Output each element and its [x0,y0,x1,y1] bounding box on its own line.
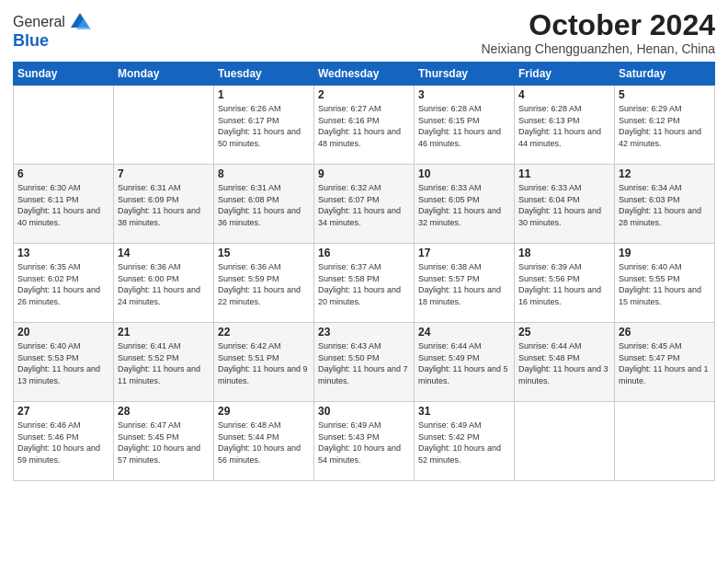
day-info: Sunrise: 6:39 AMSunset: 5:56 PMDaylight:… [518,261,610,307]
table-row: 9Sunrise: 6:32 AMSunset: 6:07 PMDaylight… [314,165,415,244]
day-info: Sunrise: 6:43 AMSunset: 5:50 PMDaylight:… [318,340,410,386]
day-info: Sunrise: 6:34 AMSunset: 6:03 PMDaylight:… [619,182,711,228]
day-number: 1 [218,88,310,101]
table-row: 28Sunrise: 6:47 AMSunset: 5:45 PMDayligh… [114,402,214,481]
day-number: 29 [218,405,310,418]
table-row: 6Sunrise: 6:30 AMSunset: 6:11 PMDaylight… [14,165,114,244]
table-row: 2Sunrise: 6:27 AMSunset: 6:16 PMDaylight… [314,86,415,165]
table-row: 23Sunrise: 6:43 AMSunset: 5:50 PMDayligh… [314,323,415,402]
logo: General Blue [13,9,93,51]
location: Neixiang Chengguanzhen, Henan, China [481,41,715,56]
table-row: 21Sunrise: 6:41 AMSunset: 5:52 PMDayligh… [114,323,214,402]
day-number: 25 [518,326,610,339]
day-info: Sunrise: 6:45 AMSunset: 5:47 PMDaylight:… [619,340,711,386]
table-row: 4Sunrise: 6:28 AMSunset: 6:13 PMDaylight… [515,86,615,165]
table-row [14,86,114,165]
calendar-week-row: 20Sunrise: 6:40 AMSunset: 5:53 PMDayligh… [14,323,715,402]
logo-icon [67,9,93,35]
day-info: Sunrise: 6:31 AMSunset: 6:08 PMDaylight:… [218,182,310,228]
table-row: 24Sunrise: 6:44 AMSunset: 5:49 PMDayligh… [415,323,515,402]
day-info: Sunrise: 6:47 AMSunset: 5:45 PMDaylight:… [118,419,210,465]
day-info: Sunrise: 6:40 AMSunset: 5:55 PMDaylight:… [619,261,711,307]
col-thursday: Thursday [415,63,515,86]
table-row: 20Sunrise: 6:40 AMSunset: 5:53 PMDayligh… [14,323,114,402]
day-info: Sunrise: 6:49 AMSunset: 5:43 PMDaylight:… [318,419,410,465]
calendar-header-row: Sunday Monday Tuesday Wednesday Thursday… [14,63,715,86]
table-row: 30Sunrise: 6:49 AMSunset: 5:43 PMDayligh… [314,402,415,481]
day-info: Sunrise: 6:31 AMSunset: 6:09 PMDaylight:… [118,182,210,228]
table-row: 11Sunrise: 6:33 AMSunset: 6:04 PMDayligh… [515,165,615,244]
day-number: 24 [418,326,510,339]
day-info: Sunrise: 6:26 AMSunset: 6:17 PMDaylight:… [218,103,310,149]
day-number: 12 [619,167,711,180]
day-info: Sunrise: 6:33 AMSunset: 6:05 PMDaylight:… [418,182,510,228]
day-number: 8 [218,167,310,180]
calendar-table: Sunday Monday Tuesday Wednesday Thursday… [13,62,715,481]
day-number: 28 [118,405,210,418]
table-row: 12Sunrise: 6:34 AMSunset: 6:03 PMDayligh… [615,165,715,244]
table-row: 31Sunrise: 6:49 AMSunset: 5:42 PMDayligh… [415,402,515,481]
day-info: Sunrise: 6:28 AMSunset: 6:13 PMDaylight:… [518,103,610,149]
day-info: Sunrise: 6:41 AMSunset: 5:52 PMDaylight:… [118,340,210,386]
table-row [615,402,715,481]
table-row: 26Sunrise: 6:45 AMSunset: 5:47 PMDayligh… [615,323,715,402]
table-row: 18Sunrise: 6:39 AMSunset: 5:56 PMDayligh… [515,244,615,323]
table-row: 13Sunrise: 6:35 AMSunset: 6:02 PMDayligh… [14,244,114,323]
day-number: 31 [418,405,510,418]
table-row: 5Sunrise: 6:29 AMSunset: 6:12 PMDaylight… [615,86,715,165]
day-info: Sunrise: 6:29 AMSunset: 6:12 PMDaylight:… [619,103,711,149]
day-number: 7 [118,167,210,180]
table-row [515,402,615,481]
day-number: 18 [518,247,610,259]
day-info: Sunrise: 6:32 AMSunset: 6:07 PMDaylight:… [318,182,410,228]
day-number: 19 [619,247,711,259]
day-number: 21 [118,326,210,339]
col-friday: Friday [515,63,615,86]
day-info: Sunrise: 6:44 AMSunset: 5:49 PMDaylight:… [418,340,510,386]
day-info: Sunrise: 6:27 AMSunset: 6:16 PMDaylight:… [318,103,410,149]
day-info: Sunrise: 6:37 AMSunset: 5:58 PMDaylight:… [318,261,410,307]
day-number: 5 [619,88,711,101]
logo-general-text: General [13,14,65,30]
table-row: 7Sunrise: 6:31 AMSunset: 6:09 PMDaylight… [114,165,214,244]
day-number: 16 [318,247,410,259]
day-info: Sunrise: 6:35 AMSunset: 6:02 PMDaylight:… [17,261,109,307]
day-info: Sunrise: 6:44 AMSunset: 5:48 PMDaylight:… [518,340,610,386]
day-info: Sunrise: 6:48 AMSunset: 5:44 PMDaylight:… [218,419,310,465]
day-info: Sunrise: 6:38 AMSunset: 5:57 PMDaylight:… [418,261,510,307]
table-row: 3Sunrise: 6:28 AMSunset: 6:15 PMDaylight… [415,86,515,165]
day-number: 6 [17,167,109,180]
table-row: 10Sunrise: 6:33 AMSunset: 6:05 PMDayligh… [415,165,515,244]
table-row: 25Sunrise: 6:44 AMSunset: 5:48 PMDayligh… [515,323,615,402]
col-saturday: Saturday [615,63,715,86]
table-row: 16Sunrise: 6:37 AMSunset: 5:58 PMDayligh… [314,244,415,323]
table-row: 19Sunrise: 6:40 AMSunset: 5:55 PMDayligh… [615,244,715,323]
day-info: Sunrise: 6:36 AMSunset: 6:00 PMDaylight:… [118,261,210,307]
col-monday: Monday [114,63,214,86]
day-info: Sunrise: 6:42 AMSunset: 5:51 PMDaylight:… [218,340,310,386]
day-number: 2 [318,88,410,101]
col-tuesday: Tuesday [214,63,314,86]
day-number: 14 [118,247,210,259]
day-info: Sunrise: 6:49 AMSunset: 5:42 PMDaylight:… [418,419,510,465]
day-number: 23 [318,326,410,339]
day-number: 3 [418,88,510,101]
day-number: 27 [17,405,109,418]
col-sunday: Sunday [14,63,114,86]
day-number: 15 [218,247,310,259]
day-info: Sunrise: 6:46 AMSunset: 5:46 PMDaylight:… [17,419,109,465]
calendar-week-row: 6Sunrise: 6:30 AMSunset: 6:11 PMDaylight… [14,165,715,244]
col-wednesday: Wednesday [314,63,415,86]
title-area: October 2024 Neixiang Chengguanzhen, Hen… [481,9,715,56]
day-number: 13 [17,247,109,259]
calendar-week-row: 13Sunrise: 6:35 AMSunset: 6:02 PMDayligh… [14,244,715,323]
day-number: 10 [418,167,510,180]
table-row: 27Sunrise: 6:46 AMSunset: 5:46 PMDayligh… [14,402,114,481]
table-row: 29Sunrise: 6:48 AMSunset: 5:44 PMDayligh… [214,402,314,481]
day-number: 17 [418,247,510,259]
table-row: 14Sunrise: 6:36 AMSunset: 6:00 PMDayligh… [114,244,214,323]
table-row: 15Sunrise: 6:36 AMSunset: 5:59 PMDayligh… [214,244,314,323]
day-number: 26 [619,326,711,339]
day-number: 9 [318,167,410,180]
table-row: 1Sunrise: 6:26 AMSunset: 6:17 PMDaylight… [214,86,314,165]
